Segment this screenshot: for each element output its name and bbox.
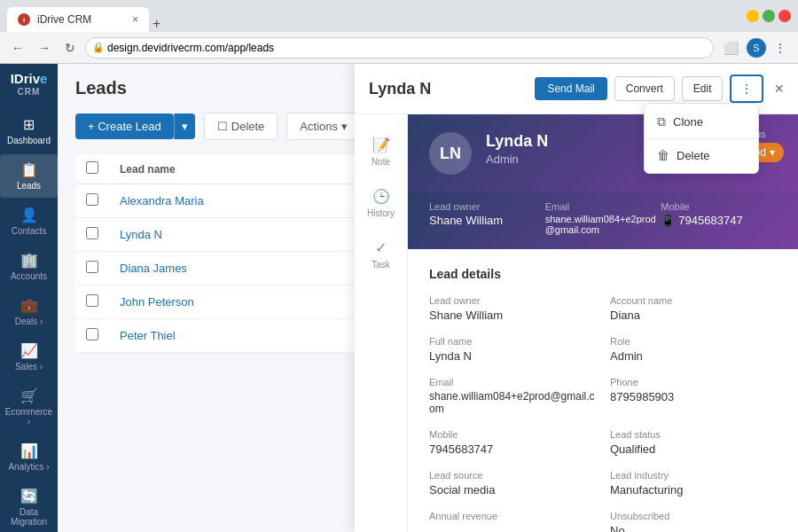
row-checkbox-4[interactable]	[86, 294, 98, 307]
profile-icon[interactable]: S	[747, 38, 766, 58]
analytics-icon: 📊	[20, 442, 38, 459]
lead-meta-grid: Lead owner Shane William Email shane.wil…	[429, 201, 777, 235]
field-unsubscribed: Unsubscribed No	[610, 511, 777, 532]
sidebar-item-analytics[interactable]: 📊 Analytics ›	[0, 435, 58, 479]
address-bar-wrap: 🔒	[85, 37, 714, 59]
lead-meta-row: Lead owner Shane William Email shane.wil…	[408, 192, 798, 249]
close-tab-button[interactable]: ×	[132, 13, 138, 26]
create-lead-btn-group: + Create Lead ▾	[75, 113, 195, 139]
sidebar-item-contacts[interactable]: 👤 Contacts	[0, 200, 58, 243]
row-checkbox-2[interactable]	[86, 227, 98, 239]
browser-toolbar: ← → ↻ 🔒 ⬜ S ⋮	[0, 32, 798, 64]
back-button[interactable]: ←	[7, 39, 28, 57]
select-all-checkbox[interactable]	[86, 161, 98, 174]
field-full-name: Full name Lynda N	[429, 336, 596, 363]
row-checkbox-5[interactable]	[86, 328, 98, 340]
contacts-icon: 👤	[20, 207, 38, 223]
sidebar: IDrive CRM ⊞ Dashboard 📋 Leads 👤 Contact…	[0, 64, 58, 532]
clone-menu-item[interactable]: ⧉ Clone	[645, 107, 758, 137]
mobile-icon: 📱	[661, 214, 675, 227]
meta-mobile: Mobile 📱 7945683747	[661, 201, 777, 235]
delete-icon: 🗑	[657, 148, 669, 162]
avatar-initials: LN	[440, 145, 461, 163]
convert-button[interactable]: Convert	[614, 76, 675, 101]
lead-name-link-3[interactable]: Diana James	[120, 262, 187, 275]
field-email: Email shane.william084+e2prod@gmail.com	[429, 377, 596, 415]
window-minimize-button[interactable]	[747, 10, 759, 22]
browser-tabs: i iDrive CRM × +	[7, 0, 164, 32]
sidebar-item-sales[interactable]: 📈 Sales ›	[0, 335, 58, 379]
dropdown-menu: ⧉ Clone 🗑 Delete	[644, 103, 759, 174]
tab-task[interactable]: ✓ Task	[355, 232, 407, 277]
lead-details-section: Lead details Lead owner Shane William Ac…	[408, 249, 798, 532]
create-lead-button[interactable]: + Create Lead	[75, 113, 174, 139]
sidebar-item-leads[interactable]: 📋 Leads	[0, 154, 58, 198]
lead-name-link-2[interactable]: Lynda N	[120, 228, 162, 241]
sidebar-item-dashboard[interactable]: ⊞ Dashboard	[0, 109, 58, 153]
field-lead-industry: Lead industry Manufacturing	[610, 470, 777, 497]
field-lead-status: Lead status Qualified	[610, 429, 777, 456]
meta-owner: Lead owner Shane William	[429, 201, 545, 235]
leads-icon: 📋	[20, 161, 38, 178]
reload-button[interactable]: ↻	[60, 39, 80, 57]
sidebar-item-accounts[interactable]: 🏢 Accounts	[0, 245, 58, 288]
toolbar-icons: ⬜ S ⋮	[719, 38, 791, 58]
detail-panel: Lynda N Send Mail Convert Edit ⋮ × ⧉ Clo…	[355, 64, 798, 532]
extensions-icon[interactable]: ⬜	[719, 38, 743, 58]
clone-icon: ⧉	[657, 114, 666, 129]
detail-header: Lynda N Send Mail Convert Edit ⋮ × ⧉ Clo…	[355, 64, 798, 114]
dashboard-icon: ⊞	[23, 116, 35, 133]
row-checkbox-3[interactable]	[86, 261, 98, 273]
note-icon: 📝	[372, 137, 390, 153]
favicon-icon: i	[18, 13, 30, 26]
field-lead-source: Lead source Social media	[429, 470, 596, 497]
lead-name-link-5[interactable]: Peter Thiel	[120, 329, 176, 342]
address-input[interactable]	[85, 37, 714, 59]
more-options-button[interactable]: ⋮	[730, 74, 763, 103]
field-mobile: Mobile 7945683747	[429, 429, 596, 456]
details-section-title: Lead details	[429, 267, 777, 281]
detail-title: Lynda N	[369, 80, 528, 98]
detail-body-wrap: ℹ Info 📝 Note 🕒 History ✓ Task	[355, 114, 798, 532]
tab-title: iDrive CRM	[37, 13, 125, 26]
close-detail-button[interactable]: ×	[774, 80, 784, 98]
tab-note[interactable]: 📝 Note	[355, 129, 407, 174]
row-checkbox-1[interactable]	[86, 193, 98, 206]
main-content: Leads + Create Lead ▾ ☐ Delete Actions ▾	[58, 64, 798, 532]
actions-chevron-icon: ▾	[341, 120, 348, 133]
field-phone: Phone 8795985903	[610, 377, 777, 415]
lead-name-link-4[interactable]: John Peterson	[120, 295, 194, 309]
details-grid: Lead owner Shane William Account name Di…	[429, 295, 777, 532]
delete-button[interactable]: ☐ Delete	[204, 113, 278, 140]
dropdown-divider	[645, 138, 758, 139]
select-all-header	[75, 154, 109, 184]
field-role: Role Admin	[610, 336, 777, 363]
accounts-icon: 🏢	[20, 252, 38, 269]
window-controls	[747, 10, 791, 22]
lead-avatar: LN	[429, 132, 472, 175]
new-tab-button[interactable]: +	[149, 16, 164, 32]
browser-tab-active[interactable]: i iDrive CRM ×	[7, 7, 149, 32]
field-lead-owner: Lead owner Shane William	[429, 295, 596, 322]
meta-email: Email shane.william084+e2prod@gmail.com	[545, 201, 661, 235]
field-annual-revenue: Annual revenue ...	[429, 511, 596, 532]
sidebar-item-deals[interactable]: 💼 Deals ›	[0, 290, 58, 333]
delete-checkbox-icon: ☐	[217, 120, 228, 133]
ecommerce-icon: 🛒	[20, 387, 38, 404]
deals-icon: 💼	[20, 297, 38, 314]
window-close-button[interactable]	[778, 10, 791, 22]
sidebar-item-data-migration[interactable]: 🔄 Data Migration	[0, 481, 58, 532]
field-account-name: Account name Diana	[610, 295, 777, 322]
actions-button[interactable]: Actions ▾	[286, 113, 361, 140]
edit-button[interactable]: Edit	[682, 76, 724, 101]
window-maximize-button[interactable]	[763, 10, 775, 22]
lead-name-link-1[interactable]: Alexandra Maria	[120, 194, 204, 207]
forward-button[interactable]: →	[34, 39, 55, 57]
more-options-icon[interactable]: ⋮	[770, 38, 791, 58]
create-lead-dropdown-button[interactable]: ▾	[174, 113, 195, 139]
send-mail-button[interactable]: Send Mail	[535, 77, 606, 100]
sidebar-item-ecommerce[interactable]: 🛒 Ecommerce ›	[0, 380, 58, 434]
delete-menu-item[interactable]: 🗑 Delete	[645, 141, 758, 169]
tab-history[interactable]: 🕒 History	[355, 181, 407, 225]
badge-chevron-icon: ▾	[770, 146, 775, 159]
